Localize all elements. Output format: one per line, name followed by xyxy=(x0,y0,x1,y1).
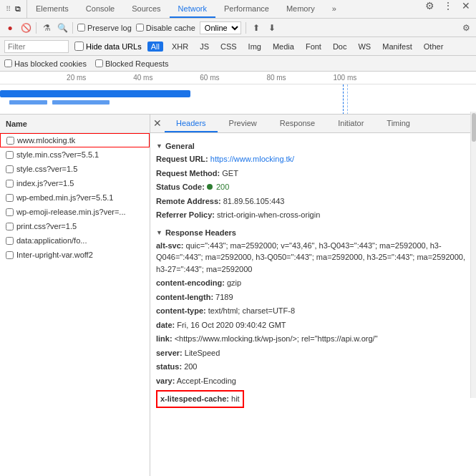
tab-more[interactable]: » xyxy=(324,0,345,18)
scrollbar-thumb[interactable] xyxy=(472,115,476,142)
filter-row: Hide data URLs All XHR JS CSS Img Media … xyxy=(0,37,476,56)
right-tab-initiator[interactable]: Initiator xyxy=(326,115,375,132)
file-checkbox-1[interactable] xyxy=(6,151,14,159)
tick-100: 100 ms xyxy=(334,74,357,82)
general-section-header[interactable]: ▼ General xyxy=(156,142,470,150)
has-blocked-cookies-text: Has blocked cookies xyxy=(14,59,87,68)
status-dot xyxy=(207,184,213,190)
filter-manifest-btn[interactable]: Manifest xyxy=(379,42,415,52)
filter-all-btn[interactable]: All xyxy=(147,42,163,52)
response-headers-section-header[interactable]: ▼ Response Headers xyxy=(156,228,470,237)
content-type-label: content-type: xyxy=(156,306,206,315)
devtools-undock-icon[interactable]: ⧉ xyxy=(15,4,21,14)
filter-icon[interactable]: ⚗ xyxy=(41,22,52,34)
blocked-requests-text: Blocked Requests xyxy=(105,59,169,68)
file-name-7: data:application/fo... xyxy=(16,236,87,245)
close-panel-btn[interactable]: ✕ xyxy=(150,116,165,130)
file-item-5[interactable]: wp-emoji-release.min.js?ver=... xyxy=(0,205,150,219)
import-icon[interactable]: ⬆ xyxy=(251,22,262,34)
tick-20: 20 ms xyxy=(67,74,86,82)
throttle-select[interactable]: Online xyxy=(200,21,241,34)
filter-ws-btn[interactable]: WS xyxy=(355,42,374,52)
file-checkbox-6[interactable] xyxy=(6,223,14,230)
file-item-3[interactable]: index.js?ver=1.5 xyxy=(0,176,150,190)
right-tab-headers[interactable]: Headers xyxy=(165,115,218,132)
timeline-main-bar xyxy=(0,90,190,97)
response-header-x-litespeed-cache: x-litespeed-cache: hit xyxy=(156,389,470,409)
file-checkbox-7[interactable] xyxy=(6,237,14,245)
request-url-value[interactable]: https://www.mlocking.tk/ xyxy=(210,155,294,163)
file-item-2[interactable]: style.css?ver=1.5 xyxy=(0,162,150,176)
disable-cache-checkbox[interactable] xyxy=(136,24,144,31)
file-item-6[interactable]: print.css?ver=1.5 xyxy=(0,219,150,233)
file-name-5: wp-emoji-release.min.js?ver=... xyxy=(16,208,126,216)
close-devtools-icon[interactable]: ✕ xyxy=(456,0,476,18)
tab-performance[interactable]: Performance xyxy=(215,0,278,18)
x-litespeed-cache-value: hit xyxy=(231,394,240,403)
filter-font-btn[interactable]: Font xyxy=(303,42,324,52)
tab-sources[interactable]: Sources xyxy=(123,0,169,18)
response-header-alt-svc: alt-svc: quic=":443"; ma=2592000; v="43,… xyxy=(156,240,470,276)
tab-network[interactable]: Network xyxy=(170,0,215,18)
file-name-0: www.mlocking.tk xyxy=(17,136,75,145)
filter-js-btn[interactable]: JS xyxy=(197,42,212,52)
network-settings-icon[interactable]: ⚙ xyxy=(460,22,472,34)
filter-input[interactable] xyxy=(4,40,69,53)
right-tab-preview[interactable]: Preview xyxy=(218,115,268,132)
file-item-0[interactable]: www.mlocking.tk xyxy=(0,133,150,147)
tab-elements[interactable]: Elements xyxy=(27,0,77,18)
has-blocked-cookies-checkbox[interactable] xyxy=(4,59,12,67)
tab-memory[interactable]: Memory xyxy=(278,0,324,18)
file-name-6: print.css?ver=1.5 xyxy=(16,222,77,230)
date-value: Fri, 16 Oct 2020 09:40:42 GMT xyxy=(177,321,286,329)
hide-data-urls-label[interactable]: Hide data URLs xyxy=(74,42,142,51)
request-url-label: Request URL: xyxy=(156,155,208,163)
filter-xhr-btn[interactable]: XHR xyxy=(169,42,191,52)
referrer-policy-value: strict-origin-when-cross-origin xyxy=(217,210,320,219)
has-blocked-cookies-label[interactable]: Has blocked cookies xyxy=(4,59,87,68)
file-name-1: style.min.css?ver=5.5.1 xyxy=(16,150,99,159)
hide-data-urls-checkbox[interactable] xyxy=(74,42,84,51)
vary-value: Accept-Encoding xyxy=(177,377,236,385)
file-item-8[interactable]: Inter-upright-var.woff2 xyxy=(0,248,150,262)
status-value: 200 xyxy=(184,362,197,371)
response-header-content-type: content-type: text/html; charset=UTF-8 xyxy=(156,305,470,317)
blocked-requests-checkbox[interactable] xyxy=(95,59,103,67)
file-checkbox-4[interactable] xyxy=(6,194,14,202)
right-tab-timing[interactable]: Timing xyxy=(375,115,422,132)
content-length-value: 7189 xyxy=(215,293,233,301)
export-icon[interactable]: ⬇ xyxy=(266,22,278,34)
file-item-7[interactable]: data:application/fo... xyxy=(0,233,150,248)
general-section-title: General xyxy=(165,142,195,150)
file-checkbox-8[interactable] xyxy=(6,251,14,259)
blocked-cookies-row: Has blocked cookies Blocked Requests xyxy=(0,56,476,72)
filter-doc-btn[interactable]: Doc xyxy=(330,42,350,52)
settings-icon[interactable]: ⚙ xyxy=(419,0,440,18)
scrollbar[interactable] xyxy=(470,115,476,398)
file-checkbox-5[interactable] xyxy=(6,208,14,216)
right-tab-response[interactable]: Response xyxy=(268,115,327,132)
clear-button[interactable]: 🚫 xyxy=(20,22,31,34)
file-checkbox-3[interactable] xyxy=(6,180,14,188)
filter-other-btn[interactable]: Other xyxy=(421,42,447,52)
preserve-log-label[interactable]: Preserve log xyxy=(77,24,132,32)
file-checkbox-0[interactable] xyxy=(6,137,14,145)
file-item-4[interactable]: wp-embed.min.js?ver=5.5.1 xyxy=(0,190,150,205)
filter-img-btn[interactable]: Img xyxy=(246,42,264,52)
blocked-requests-label[interactable]: Blocked Requests xyxy=(95,59,169,68)
request-method-value: GET xyxy=(222,169,238,178)
timeline-bar-area[interactable] xyxy=(0,84,476,115)
filter-media-btn[interactable]: Media xyxy=(270,42,297,52)
file-item-1[interactable]: style.min.css?ver=5.5.1 xyxy=(0,147,150,162)
tab-console[interactable]: Console xyxy=(77,0,123,18)
filter-css-btn[interactable]: CSS xyxy=(218,42,240,52)
response-header-content-length: content-length: 7189 xyxy=(156,291,470,303)
file-checkbox-2[interactable] xyxy=(6,165,14,173)
tab-bar: ⠿ ⧉ Elements Console Sources Network Per… xyxy=(0,0,476,19)
record-button[interactable]: ● xyxy=(4,22,16,34)
disable-cache-label[interactable]: Disable cache xyxy=(136,24,195,32)
preserve-log-checkbox[interactable] xyxy=(77,24,85,31)
status-code-row: Status Code: 200 xyxy=(156,181,470,193)
more-options-icon[interactable]: ⋮ xyxy=(440,0,456,18)
search-icon[interactable]: 🔍 xyxy=(57,22,68,34)
